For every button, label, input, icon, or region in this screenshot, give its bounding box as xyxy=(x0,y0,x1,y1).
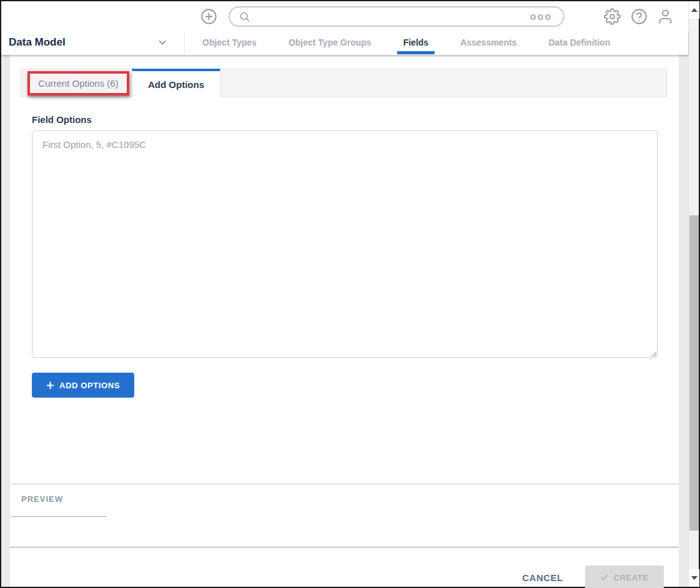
search-more-indicator[interactable]: ooo xyxy=(530,11,555,22)
nav-item-assessments[interactable]: Assessments xyxy=(460,30,516,55)
scroll-up-icon xyxy=(691,8,698,12)
scroll-down-icon xyxy=(691,576,698,580)
search-icon xyxy=(239,11,251,23)
scrollbar-up-button[interactable] xyxy=(689,1,699,19)
create-button[interactable]: CREATE xyxy=(585,566,664,588)
user-icon[interactable] xyxy=(657,8,674,25)
footer-divider xyxy=(10,547,679,547)
chevron-down-icon[interactable] xyxy=(157,37,167,47)
search-bar[interactable]: ooo xyxy=(229,6,564,27)
check-icon xyxy=(600,573,609,582)
nav-item-data-definition[interactable]: Data Definition xyxy=(548,30,610,55)
tab-add-options[interactable]: Add Options xyxy=(132,69,220,97)
module-selector-label: Data Model xyxy=(9,36,66,49)
tab-current-options[interactable]: Current Options (6) xyxy=(27,71,129,96)
cancel-button[interactable]: CANCEL xyxy=(516,569,569,586)
nav-links: Object Types Object Type Groups Fields A… xyxy=(202,30,610,55)
preview-underline xyxy=(11,516,106,517)
field-options-textarea[interactable] xyxy=(32,130,658,358)
plus-circle-icon[interactable] xyxy=(200,8,217,25)
preview-section-label: PREVIEW xyxy=(21,494,63,504)
app-window: ooo Data Model Object Types Object Type … xyxy=(0,0,700,588)
top-header: ooo xyxy=(1,1,688,30)
module-selector[interactable]: Data Model xyxy=(9,30,66,55)
add-options-button-label: ADD OPTIONS xyxy=(59,381,120,390)
nav-divider xyxy=(184,31,185,54)
module-navbar: Data Model Object Types Object Type Grou… xyxy=(1,30,688,55)
gear-icon[interactable] xyxy=(604,8,621,25)
nav-item-fields[interactable]: Fields xyxy=(403,30,428,55)
page-background: Add Options Current Options (6) Field Op… xyxy=(1,55,688,587)
field-options-label: Field Options xyxy=(32,114,92,125)
create-button-label: CREATE xyxy=(613,573,648,582)
scrollbar-thumb[interactable] xyxy=(689,215,699,531)
field-editor-panel: Add Options Current Options (6) Field Op… xyxy=(10,55,679,587)
scrollbar-down-button[interactable] xyxy=(689,569,699,587)
add-options-button[interactable]: ADD OPTIONS xyxy=(32,373,134,398)
help-icon[interactable] xyxy=(631,8,648,25)
preview-divider xyxy=(11,484,679,484)
plus-icon xyxy=(46,381,54,390)
search-input[interactable] xyxy=(251,12,530,22)
nav-item-object-types[interactable]: Object Types xyxy=(202,30,257,55)
vertical-scrollbar[interactable] xyxy=(688,1,699,587)
nav-item-object-type-groups[interactable]: Object Type Groups xyxy=(288,30,372,55)
